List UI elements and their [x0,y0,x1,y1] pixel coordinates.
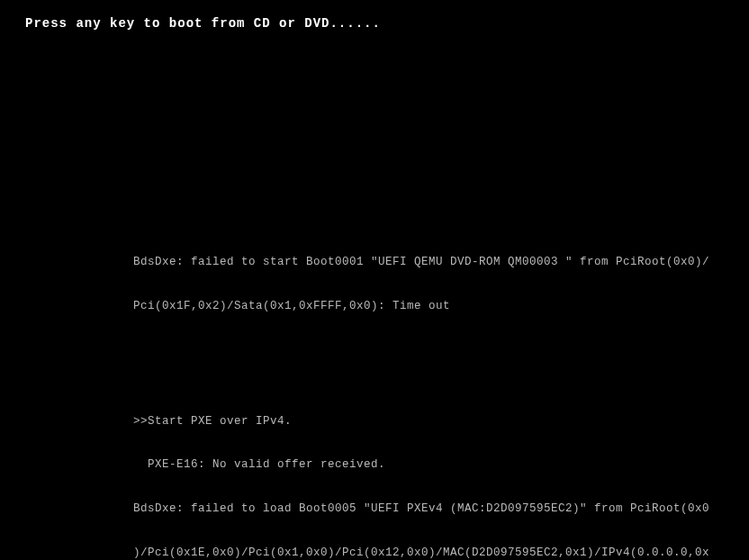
log-line: BdsDxe: failed to load Boot0005 "UEFI PX… [133,501,718,516]
boot-log-block-1: BdsDxe: failed to start Boot0001 "UEFI Q… [133,226,718,343]
log-line: BdsDxe: failed to start Boot0001 "UEFI Q… [133,255,718,269]
log-line: >>Start PXE over IPv4. [133,414,718,429]
log-line: Pci(0x1F,0x2)/Sata(0x1,0xFFFF,0x0): Time… [133,299,718,313]
boot-prompt: Press any key to boot from CD or DVD....… [25,16,381,31]
boot-log: BdsDxe: failed to start Boot0001 "UEFI Q… [133,196,718,560]
log-line: PXE-E16: No valid offer received. [133,457,718,472]
log-line: )/Pci(0x1E,0x0)/Pci(0x1,0x0)/Pci(0x12,0x… [133,546,718,560]
boot-log-block-2: >>Start PXE over IPv4. PXE-E16: No valid… [133,384,718,560]
